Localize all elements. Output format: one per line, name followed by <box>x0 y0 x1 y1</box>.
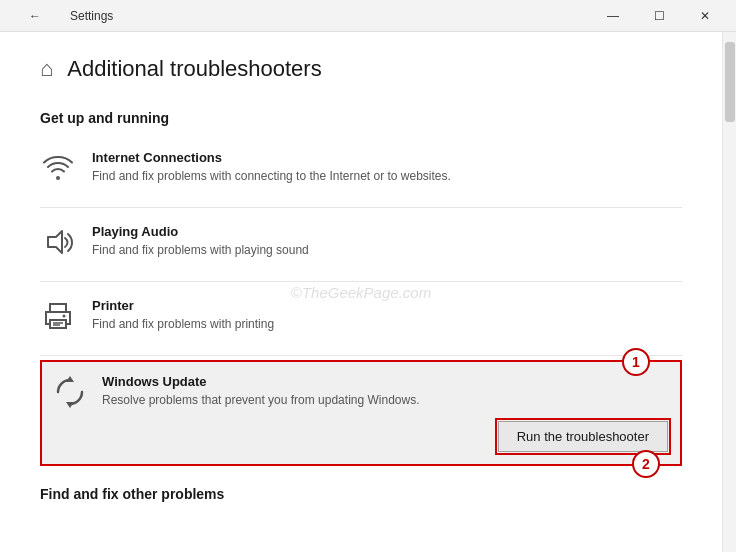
windows-update-bottom: Run the troubleshooter <box>54 421 668 452</box>
titlebar: ← Settings — ☐ ✕ <box>0 0 736 32</box>
internet-connections-name: Internet Connections <box>92 150 451 165</box>
main-page: ©TheGeekPage.com ⌂ Additional troublesho… <box>0 32 722 552</box>
annotation-2: 2 <box>632 450 660 478</box>
back-button[interactable]: ← <box>12 0 58 32</box>
printer-name: Printer <box>92 298 274 313</box>
titlebar-left: ← Settings <box>12 0 113 32</box>
titlebar-title: Settings <box>70 9 113 23</box>
windows-update-name: Windows Update <box>102 374 420 389</box>
divider-2 <box>40 281 682 282</box>
windows-update-top: Windows Update Resolve problems that pre… <box>54 374 668 409</box>
printer-text: Printer Find and fix problems with print… <box>92 298 274 333</box>
svg-marker-0 <box>48 231 62 253</box>
svg-point-5 <box>63 315 66 318</box>
internet-connections-desc: Find and fix problems with connecting to… <box>92 168 451 185</box>
scrollbar-thumb[interactable] <box>725 42 735 122</box>
maximize-button[interactable]: ☐ <box>636 0 682 32</box>
audio-icon <box>40 226 76 265</box>
section1-title: Get up and running <box>40 110 682 126</box>
windows-update-item[interactable]: 1 Windows Update Resolve problems that p… <box>40 360 682 466</box>
playing-audio-name: Playing Audio <box>92 224 309 239</box>
svg-rect-1 <box>50 304 66 312</box>
close-button[interactable]: ✕ <box>682 0 728 32</box>
page-header: ⌂ Additional troubleshooters <box>40 56 682 82</box>
windows-update-text: Windows Update Resolve problems that pre… <box>102 374 420 409</box>
update-icon <box>54 376 86 408</box>
printer-desc: Find and fix problems with printing <box>92 316 274 333</box>
svg-marker-6 <box>66 376 74 382</box>
svg-marker-7 <box>66 402 74 408</box>
run-troubleshooter-button[interactable]: Run the troubleshooter <box>498 421 668 452</box>
playing-audio-text: Playing Audio Find and fix problems with… <box>92 224 309 259</box>
playing-audio-item[interactable]: Playing Audio Find and fix problems with… <box>40 212 682 277</box>
titlebar-controls: — ☐ ✕ <box>590 0 728 32</box>
printer-item[interactable]: Printer Find and fix problems with print… <box>40 286 682 351</box>
printer-icon <box>40 300 76 339</box>
divider-1 <box>40 207 682 208</box>
internet-connections-text: Internet Connections Find and fix proble… <box>92 150 451 185</box>
section2-title: Find and fix other problems <box>40 486 682 502</box>
svg-rect-2 <box>50 320 66 328</box>
minimize-button[interactable]: — <box>590 0 636 32</box>
annotation-1: 1 <box>622 348 650 376</box>
wifi-icon <box>40 152 76 191</box>
playing-audio-desc: Find and fix problems with playing sound <box>92 242 309 259</box>
content-area: ©TheGeekPage.com ⌂ Additional troublesho… <box>0 32 736 552</box>
windows-update-wrapper: 1 Windows Update Resolve problems that p… <box>40 360 682 466</box>
scrollbar[interactable] <box>722 32 736 552</box>
internet-connections-item[interactable]: Internet Connections Find and fix proble… <box>40 138 682 203</box>
page-title: Additional troubleshooters <box>67 56 321 82</box>
divider-3 <box>40 355 682 356</box>
windows-update-desc: Resolve problems that prevent you from u… <box>102 392 420 409</box>
home-icon: ⌂ <box>40 56 53 82</box>
